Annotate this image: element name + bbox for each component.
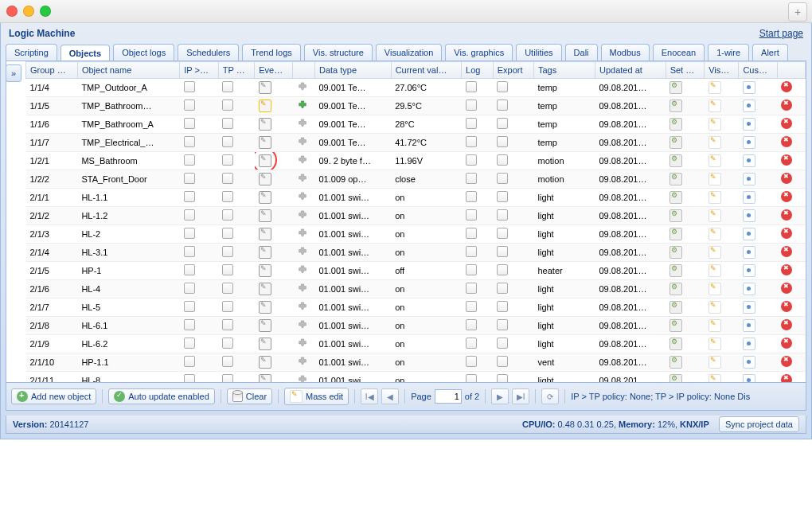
tab-modbus[interactable]: Modbus (601, 44, 650, 60)
set-value-icon[interactable] (670, 136, 682, 149)
checkbox-icon[interactable] (184, 356, 195, 367)
event-script-icon[interactable] (259, 136, 271, 149)
custom-values-icon[interactable] (743, 209, 755, 222)
custom-values-icon[interactable] (743, 301, 755, 314)
event-script-icon[interactable] (259, 301, 271, 314)
checkbox-icon[interactable] (184, 283, 195, 294)
minimize-traffic-light[interactable] (23, 6, 34, 17)
custom-values-icon[interactable] (743, 100, 755, 112)
custom-values-icon[interactable] (743, 246, 755, 259)
event-script-icon[interactable] (259, 264, 271, 277)
zoom-traffic-light[interactable] (40, 6, 51, 17)
column-header[interactable]: Log (462, 62, 494, 79)
checkbox-icon[interactable] (466, 264, 477, 275)
checkbox-icon[interactable] (497, 209, 508, 221)
delete-icon[interactable] (781, 246, 792, 257)
event-script-icon[interactable] (259, 81, 271, 94)
table-row[interactable]: 1/1/4TMP_Outdoor_A09.001 Te…27.06°Ctemp0… (26, 79, 806, 97)
column-header[interactable]: Vis… (705, 62, 739, 79)
delete-icon[interactable] (781, 118, 792, 129)
table-row[interactable]: 2/1/3HL-201.001 swi…onlight09.08.201… (26, 225, 806, 244)
tab-1-wire[interactable]: 1-wire (708, 44, 749, 60)
checkbox-icon[interactable] (222, 246, 233, 257)
checkbox-icon[interactable] (222, 319, 233, 330)
event-script-icon[interactable] (259, 191, 271, 204)
checkbox-icon[interactable] (466, 356, 477, 367)
checkbox-icon[interactable] (497, 374, 508, 382)
checkbox-icon[interactable] (184, 301, 195, 312)
set-value-icon[interactable] (670, 154, 682, 167)
vis-params-icon[interactable] (709, 209, 721, 222)
table-row[interactable]: 2/1/10HP-1.101.001 swi…onvent09.08.201… (26, 353, 806, 372)
table-row[interactable]: 2/1/1HL-1.101.001 swi…onlight09.08.201… (26, 189, 806, 207)
column-header[interactable]: TP … (218, 62, 254, 79)
checkbox-icon[interactable] (222, 283, 233, 294)
checkbox-icon[interactable] (497, 301, 508, 312)
checkbox-icon[interactable] (184, 136, 195, 147)
delete-icon[interactable] (781, 136, 792, 147)
set-value-icon[interactable] (670, 118, 682, 131)
custom-values-icon[interactable] (743, 191, 755, 204)
checkbox-icon[interactable] (497, 356, 508, 367)
tab-enocean[interactable]: Enocean (653, 44, 705, 60)
vis-params-icon[interactable] (709, 264, 721, 277)
event-script-icon[interactable] (259, 173, 271, 185)
event-script-icon[interactable] (259, 118, 271, 131)
vis-params-icon[interactable] (709, 100, 721, 112)
vis-params-icon[interactable] (709, 228, 721, 240)
refresh-button[interactable]: ⟳ (541, 388, 559, 404)
custom-values-icon[interactable] (743, 228, 755, 240)
checkbox-icon[interactable] (466, 81, 477, 92)
column-header[interactable]: Group … (26, 62, 78, 79)
checkbox-icon[interactable] (222, 228, 233, 239)
checkbox-icon[interactable] (222, 356, 233, 367)
event-script-icon[interactable] (259, 246, 271, 259)
column-header[interactable]: Cus… (739, 62, 777, 79)
table-row[interactable]: 1/1/6TMP_Bathroom_A09.001 Te…28°Ctemp09.… (26, 115, 806, 134)
delete-icon[interactable] (781, 319, 792, 330)
column-header[interactable]: Eve… (255, 62, 293, 79)
checkbox-icon[interactable] (466, 118, 477, 129)
table-row[interactable]: 2/1/4HL-3.101.001 swi…onlight09.08.201… (26, 244, 806, 262)
column-header[interactable]: Updated at (595, 62, 666, 79)
custom-values-icon[interactable] (743, 136, 755, 149)
event-script-icon[interactable] (259, 356, 271, 369)
delete-icon[interactable] (781, 374, 792, 382)
start-page-link[interactable]: Start page (759, 28, 803, 39)
column-header[interactable] (777, 62, 805, 79)
checkbox-icon[interactable] (497, 81, 508, 92)
custom-values-icon[interactable] (743, 154, 755, 167)
delete-icon[interactable] (781, 191, 792, 202)
set-value-icon[interactable] (670, 264, 682, 277)
column-header[interactable]: IP >… (180, 62, 219, 79)
custom-values-icon[interactable] (743, 81, 755, 94)
delete-icon[interactable] (781, 100, 792, 111)
checkbox-icon[interactable] (184, 154, 195, 166)
vis-params-icon[interactable] (709, 319, 721, 332)
set-value-icon[interactable] (670, 301, 682, 314)
checkbox-icon[interactable] (184, 209, 195, 221)
tab-object-logs[interactable]: Object logs (113, 44, 174, 60)
checkbox-icon[interactable] (222, 136, 233, 147)
tab-scripting[interactable]: Scripting (6, 44, 57, 60)
delete-icon[interactable] (781, 338, 792, 349)
prev-page-button[interactable]: ◀ (381, 388, 399, 404)
checkbox-icon[interactable] (497, 154, 508, 166)
table-row[interactable]: 2/1/2HL-1.201.001 swi…onlight09.08.201… (26, 207, 806, 225)
clear-button[interactable]: Clear (227, 388, 272, 404)
custom-values-icon[interactable] (743, 356, 755, 369)
vis-params-icon[interactable] (709, 374, 721, 382)
tab-vis-graphics[interactable]: Vis. graphics (445, 44, 513, 60)
page-number-input[interactable] (435, 389, 462, 404)
checkbox-icon[interactable] (497, 118, 508, 129)
tab-trend-logs[interactable]: Trend logs (242, 44, 301, 60)
checkbox-icon[interactable] (184, 319, 195, 330)
vis-params-icon[interactable] (709, 301, 721, 314)
event-script-icon[interactable] (259, 228, 271, 240)
vis-params-icon[interactable] (709, 118, 721, 131)
checkbox-icon[interactable] (222, 374, 233, 382)
checkbox-icon[interactable] (466, 319, 477, 330)
column-header[interactable]: Set … (666, 62, 705, 79)
table-row[interactable]: 1/1/5TMP_Bathroom…09.001 Te…29.5°Ctemp09… (26, 97, 806, 115)
checkbox-icon[interactable] (466, 136, 477, 147)
